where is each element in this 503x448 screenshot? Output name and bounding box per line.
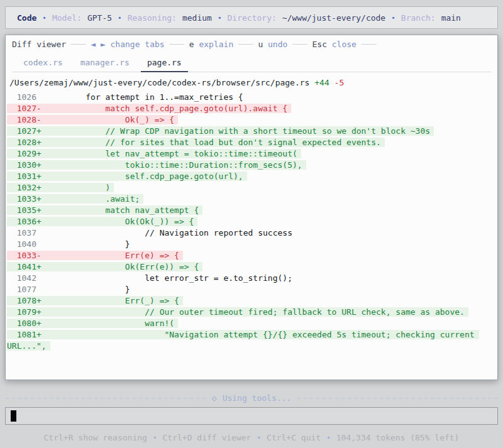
dash-separator: ─── (362, 40, 376, 49)
header-label: Model: (52, 13, 82, 23)
control-label: change tabs (111, 40, 165, 49)
diff-line: 1027- match self.cdp_page.goto(url).awai… (7, 103, 492, 114)
text-cursor (11, 410, 16, 422)
diff-line: 1030+ tokio::time::Duration::from_secs(5… (7, 160, 492, 171)
deletions-count: -5 (334, 78, 345, 87)
diff-line: 1028+ // for sites that load but don't s… (7, 137, 492, 148)
additions-count: +44 (314, 78, 329, 87)
diff-line: 1081+ "Navigation attempt {}/{} exceeded… (7, 329, 492, 352)
header-label: Directory: (228, 13, 277, 23)
diff-line: 1041+ Ok(Err(e)) => { (7, 261, 492, 273)
control-label: explain (199, 40, 233, 49)
diff-line: 1077 } (7, 284, 492, 295)
footer-hints: Ctrl+R show reasoning•Ctrl+D diff viewer… (0, 433, 503, 442)
diff-line: 1080+ warn!( (7, 318, 492, 329)
dash-separator: ─── (169, 40, 184, 49)
diff-line: 1037 // Navigation reported success (7, 227, 492, 239)
tab-page.rs[interactable]: page.rs (141, 56, 188, 72)
header-label: Branch: (401, 13, 436, 23)
bullet-separator-icon: • (326, 434, 331, 442)
footer-shortcut: Ctrl+C quit (267, 433, 321, 442)
bullet-separator-icon: • (257, 434, 261, 442)
file-header: /Users/zemaj/www/just-every/code/codex-r… (6, 72, 497, 89)
diff-line: 1078+ Err(_) => { (7, 295, 492, 307)
top-status-bar: Code •Model:GPT-5•Reasoning:medium•Direc… (5, 6, 498, 29)
diff-controls: Diff viewer ─── ◄ ► change tabs ─── e ex… (6, 35, 497, 49)
dash-separator: ─── (71, 40, 86, 49)
diff-line: 1031+ self.cdp_page.goto(url), (7, 171, 492, 182)
footer-shortcut: Ctrl+D diff viewer (163, 433, 252, 442)
diff-line: 1028- Ok(_) => { (7, 114, 492, 126)
diff-line: 1033- Err(e) => { (7, 250, 492, 261)
tool-status-text: Using tools... (223, 393, 292, 403)
diff-line: 1035+ match nav_attempt { (7, 205, 492, 216)
dash-separator: ─── (238, 40, 253, 49)
header-label: Reasoning: (128, 13, 177, 23)
control-key: ◄ ► (91, 40, 105, 49)
diff-lines[interactable]: 1026 for attempt in 1..=max_retries { 10… (6, 89, 497, 352)
bullet-separator-icon: • (42, 14, 47, 22)
diff-viewer-title: Diff viewer (12, 40, 66, 49)
diff-line: 1029+ let nav_attempt = tokio::time::tim… (7, 148, 492, 160)
header-items: •Model:GPT-5•Reasoning:medium•Directory:… (42, 13, 461, 23)
app-title: Code (17, 13, 36, 23)
control-label: close (332, 40, 357, 49)
tool-status-line: ◇ Using tools... (5, 393, 498, 403)
footer-items: Ctrl+R show reasoning•Ctrl+D diff viewer… (44, 433, 460, 442)
bullet-separator-icon: • (153, 434, 157, 442)
diff-line: 1042 let error_str = e.to_string(); (7, 273, 492, 284)
diff-line: 1040 } (7, 239, 492, 250)
tab-bar: codex.rsmanager.rspage.rs (12, 56, 491, 72)
header-value: medium (182, 13, 212, 23)
dashed-rule-right (297, 398, 498, 399)
file-path: /Users/zemaj/www/just-every/code/codex-r… (9, 78, 309, 87)
control-key: e (189, 40, 194, 49)
diff-line: 1036+ Ok(Ok(_)) => { (7, 216, 492, 227)
diamond-icon: ◇ (212, 393, 217, 403)
tab-codex.rs[interactable]: codex.rs (17, 56, 69, 72)
diff-line: 1032+ ) (7, 182, 492, 194)
control-key: Esc (312, 40, 326, 49)
control-key: u (258, 40, 263, 49)
dashed-rule-left (5, 398, 206, 399)
prompt-input[interactable] (5, 407, 498, 425)
diff-viewer-panel: Diff viewer ─── ◄ ► change tabs ─── e ex… (5, 35, 498, 380)
dash-separator: ─── (292, 40, 307, 49)
header-value: main (441, 13, 461, 23)
diff-line: 1026 for attempt in 1..=max_retries { (7, 92, 492, 103)
bullet-separator-icon: • (391, 14, 395, 22)
control-label: undo (268, 40, 287, 49)
header-value: GPT-5 (87, 13, 112, 23)
bullet-separator-icon: • (118, 14, 122, 22)
diff-line: 1033+ .await; (7, 194, 492, 205)
header-value: ~/www/just-every/code (282, 13, 385, 23)
diff-line: 1027+ // Wrap CDP navigation with a shor… (7, 126, 492, 137)
tab-manager.rs[interactable]: manager.rs (74, 56, 136, 72)
token-usage: 104,334 tokens (85% left) (336, 433, 460, 442)
footer-shortcut: Ctrl+R show reasoning (44, 433, 147, 442)
diff-line: 1079+ // Our outer timeout fired; fallba… (7, 307, 492, 318)
bullet-separator-icon: • (218, 14, 222, 22)
